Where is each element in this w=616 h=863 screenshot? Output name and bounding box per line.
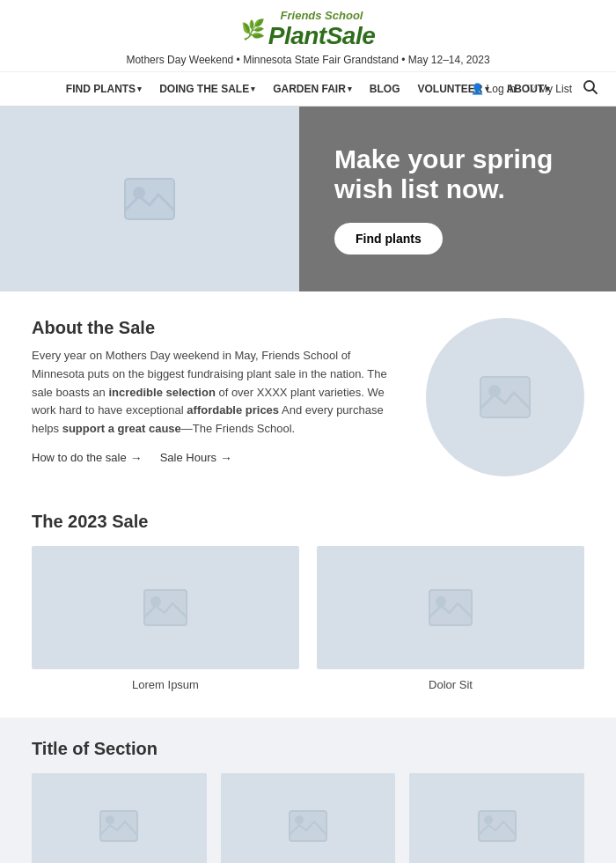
nav-right: 👤 Log In ♡ My List xyxy=(471,79,598,100)
title-card-0: New Natives for 2023 xyxy=(32,773,207,863)
title-card-image-0 xyxy=(32,773,207,863)
tagline: Mothers Day Weekend • Minnesota State Fa… xyxy=(126,54,489,66)
mylist-button[interactable]: ♡ My List xyxy=(526,83,572,95)
sale-card-image-0 xyxy=(32,546,299,669)
arrow-right-icon: → xyxy=(220,451,232,465)
logo-leaf-icon: 🌿 xyxy=(241,18,265,41)
site-header: 🌿 Friends School PlantSale Mothers Day W… xyxy=(0,0,616,72)
sale-section: The 2023 Sale Lorem Ipsum Dolor Sit xyxy=(0,503,616,718)
sale-cards: Lorem Ipsum Dolor Sit xyxy=(32,546,584,691)
svg-rect-8 xyxy=(429,590,472,625)
title-card-image-1 xyxy=(221,773,396,863)
svg-rect-4 xyxy=(480,377,530,417)
sale-card-0: Lorem Ipsum xyxy=(32,546,299,691)
hero-section: Make your spring wish list now. Find pla… xyxy=(0,107,616,291)
nav-item-doing-the-sale[interactable]: DOING THE SALE ▾ xyxy=(150,72,264,106)
logo-line2: PlantSale xyxy=(268,22,376,50)
sale-heading: The 2023 Sale xyxy=(32,512,584,532)
about-text: About the Sale Every year on Mothers Day… xyxy=(32,318,400,465)
nav-item-blog[interactable]: BLOG xyxy=(361,72,409,106)
about-section: About the Sale Every year on Mothers Day… xyxy=(0,291,616,503)
svg-rect-10 xyxy=(100,811,137,841)
how-to-link[interactable]: How to do the sale → xyxy=(32,451,143,465)
chevron-down-icon: ▾ xyxy=(251,85,255,93)
main-nav: FIND PLANTS ▾ DOING THE SALE ▾ GARDEN FA… xyxy=(0,72,616,107)
nav-item-garden-fair[interactable]: GARDEN FAIR ▾ xyxy=(264,72,361,106)
sale-hours-link[interactable]: Sale Hours → xyxy=(160,451,232,465)
about-body: Every year on Mothers Day weekend in May… xyxy=(32,347,400,439)
svg-rect-2 xyxy=(125,179,174,219)
tagline-event: Mothers Day Weekend xyxy=(126,54,233,66)
svg-rect-12 xyxy=(290,811,326,841)
arrow-right-icon: → xyxy=(130,451,143,465)
svg-point-11 xyxy=(106,815,114,824)
title-card-image-2 xyxy=(409,773,584,863)
title-card-2: More restocking of plants xyxy=(409,773,584,863)
heart-icon: ♡ xyxy=(526,83,536,95)
sale-card-label-1: Dolor Sit xyxy=(317,678,584,691)
hero-cta: Make your spring wish list now. Find pla… xyxy=(299,107,616,291)
about-image xyxy=(426,318,584,476)
logo-area: 🌿 Friends School PlantSale Mothers Day W… xyxy=(0,9,616,66)
about-links: How to do the sale → Sale Hours → xyxy=(32,451,400,465)
tagline-location: Minnesota State Fair Grandstand xyxy=(243,54,399,66)
svg-point-13 xyxy=(295,815,304,824)
logo-line1: Friends School xyxy=(268,9,376,22)
login-button[interactable]: 👤 Log In xyxy=(471,83,516,95)
svg-point-15 xyxy=(484,815,493,824)
search-button[interactable] xyxy=(583,79,598,100)
title-cards: New Natives for 2023 Flexible Feature Sp… xyxy=(32,773,584,863)
title-section: Title of Section New Natives for 2023 Fl xyxy=(0,718,616,863)
hero-image xyxy=(0,107,299,291)
title-section-heading: Title of Section xyxy=(32,739,584,759)
sale-card-image-1 xyxy=(317,546,584,669)
find-plants-button[interactable]: Find plants xyxy=(334,223,443,254)
chevron-down-icon: ▾ xyxy=(348,85,352,93)
chevron-down-icon: ▾ xyxy=(137,85,142,93)
sale-card-1: Dolor Sit xyxy=(317,546,584,691)
about-heading: About the Sale xyxy=(32,318,400,338)
svg-rect-14 xyxy=(479,811,516,841)
title-card-1: Flexible Feature Spots xyxy=(221,773,396,863)
svg-line-1 xyxy=(593,89,598,93)
hero-heading: Make your spring wish list now. xyxy=(334,144,581,205)
user-icon: 👤 xyxy=(471,83,484,95)
svg-rect-6 xyxy=(144,590,187,625)
nav-item-find-plants[interactable]: FIND PLANTS ▾ xyxy=(57,72,150,106)
sale-card-label-0: Lorem Ipsum xyxy=(32,678,299,691)
tagline-dates: May 12–14, 2023 xyxy=(408,54,490,66)
